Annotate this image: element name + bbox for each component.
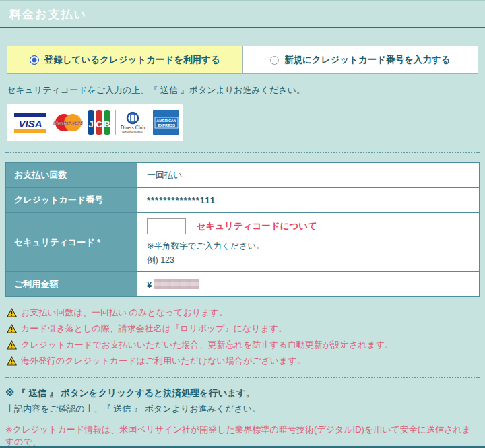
card-number-label: クレジットカード番号: [6, 188, 137, 213]
diners-club-logo: Diners Club INTERNATIONAL: [115, 110, 148, 135]
jcb-logo: J C B: [88, 110, 110, 135]
amount-label: ご利用金額: [6, 272, 137, 297]
svg-text:EXPRESS: EXPRESS: [158, 123, 175, 127]
table-row-installments: お支払い回数 一回払い: [6, 163, 480, 188]
security-code-note: ※半角数字でご入力ください。: [147, 241, 470, 252]
warning-icon: [7, 324, 17, 333]
installments-value: 一回払い: [137, 163, 480, 188]
security-note-line1: ※クレジットカード情報は、米国ベリサイン社が開発した業界標準の暗号技術(デジタル…: [5, 424, 480, 448]
amount-currency: ¥: [147, 280, 152, 290]
radio-new-label: 新規にクレジットカード番号を入力する: [284, 54, 450, 66]
svg-text:MasterCard: MasterCard: [53, 120, 83, 126]
table-row-security-code: セキュリティコード * セキュリティコードについて ※半角数字でご入力ください。…: [6, 213, 480, 272]
svg-text:INTERNATIONAL: INTERNATIONAL: [122, 131, 143, 134]
visa-logo: VISA: [11, 110, 47, 135]
security-code-label: セキュリティコード *: [6, 213, 137, 272]
card-brand-box: VISA MasterCard J C B Diners Club INTERN…: [7, 104, 183, 141]
warning-icon: [7, 356, 17, 366]
security-code-input[interactable]: [147, 218, 186, 234]
mastercard-logo: MasterCard: [52, 110, 83, 135]
warning-item: お支払い回数は、一回払い のみとなっております。: [7, 307, 478, 318]
dotted-separator-bottom: [5, 377, 480, 378]
amount-redacted: [154, 279, 199, 289]
payment-page: 料金お支払い 登録しているクレジットカードを利用する 新規にクレジットカード番号…: [0, 0, 485, 448]
warning-text: クレジットカードでお支払いいただいた場合、更新忘れを防止する自動更新が設定されま…: [21, 340, 393, 350]
payment-method-selector: 登録しているクレジットカードを利用する 新規にクレジットカード番号を入力する: [7, 46, 478, 74]
submit-note-bold: ※ 『 送信 』 ボタンをクリックすると決済処理を行います。: [5, 387, 480, 399]
radio-selected-icon[interactable]: [30, 55, 39, 65]
warning-item: クレジットカードでお支払いいただいた場合、更新忘れを防止する自動更新が設定されま…: [7, 340, 478, 350]
table-row-amount: ご利用金額 ¥: [6, 272, 480, 297]
svg-text:C: C: [96, 119, 102, 129]
svg-text:Diners Club: Diners Club: [121, 125, 146, 131]
security-code-help-link[interactable]: セキュリティコードについて: [197, 221, 317, 231]
installments-label: お支払い回数: [6, 163, 137, 188]
radio-unselected-icon[interactable]: [270, 56, 279, 65]
warning-icon: [7, 340, 17, 350]
svg-text:VISA: VISA: [18, 118, 42, 129]
svg-text:AMERICAN: AMERICAN: [156, 119, 176, 123]
radio-registered-label: 登録しているクレジットカードを利用する: [44, 54, 220, 66]
security-code-example: 例) 123: [147, 255, 470, 266]
svg-text:J: J: [88, 119, 93, 129]
warning-text: お支払い回数は、一回払い のみとなっております。: [21, 307, 228, 318]
warning-text: カード引き落としの際、請求会社名は『ロリポップ』になります。: [21, 323, 287, 334]
table-row-card-number: クレジットカード番号 *************111: [6, 188, 480, 213]
warning-icon: [7, 308, 17, 317]
svg-text:B: B: [104, 119, 110, 129]
page-header: 料金お支払い: [0, 1, 485, 28]
submit-note-sub: 上記内容をご確認の上、『 送信 』 ボタンよりお進みください。: [5, 403, 480, 415]
warning-list: お支払い回数は、一回払い のみとなっております。 カード引き落としの際、請求会社…: [7, 307, 478, 366]
radio-registered-card[interactable]: 登録しているクレジットカードを利用する: [7, 46, 243, 73]
page-title: 料金お支払い: [9, 7, 476, 22]
warning-text: 海外発行のクレジットカードはご利用いただけない場合がございます。: [21, 356, 306, 366]
payment-details-table: お支払い回数 一回払い クレジットカード番号 *************111 …: [5, 162, 480, 297]
warning-item: カード引き落としの際、請求会社名は『ロリポップ』になります。: [7, 323, 478, 334]
dotted-separator-top: [5, 152, 480, 153]
amex-logo: AMERICAN EXPRESS: [153, 110, 179, 135]
card-number-value: *************111: [147, 195, 216, 205]
warning-item: 海外発行のクレジットカードはご利用いただけない場合がございます。: [7, 356, 478, 366]
radio-new-card[interactable]: 新規にクレジットカード番号を入力する: [243, 46, 478, 73]
instruction-text: セキュリティコードをご入力の上、『 送信 』ボタンよりお進みください。: [7, 84, 478, 96]
